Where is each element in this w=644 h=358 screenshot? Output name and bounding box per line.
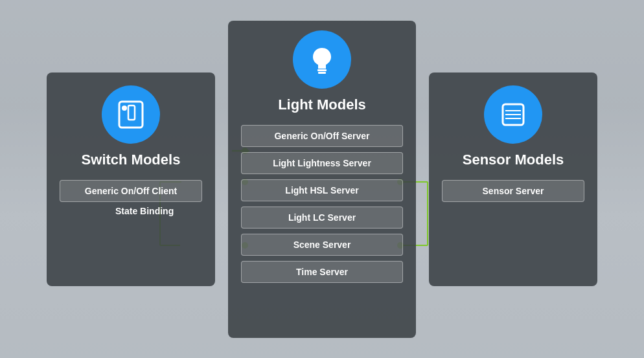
bulb-icon <box>305 43 339 76</box>
switch-item-0: Generic On/Off Client <box>60 180 202 202</box>
switch-icon-circle <box>102 85 160 144</box>
light-card-title: Light Models <box>278 96 366 113</box>
light-item-5: Time Server <box>241 261 403 283</box>
light-item-1: Light Lightness Server <box>241 152 403 174</box>
svg-rect-17 <box>317 69 327 71</box>
main-layout: Switch Models Generic On/Off Client Ligh… <box>0 0 644 358</box>
switch-card: Switch Models Generic On/Off Client <box>47 73 215 286</box>
light-item-3: Light LC Server <box>241 207 403 229</box>
light-icon-circle <box>293 30 351 89</box>
light-item-4: Scene Server <box>241 234 403 256</box>
sensor-icon <box>496 98 530 131</box>
sensor-item-0: Sensor Server <box>442 180 584 202</box>
switch-card-title: Switch Models <box>82 151 181 168</box>
sensor-card: Sensor Models Sensor Server <box>429 73 597 286</box>
light-item-0: Generic On/Off Server <box>241 125 403 147</box>
svg-rect-18 <box>318 72 326 74</box>
state-binding-label: State Binding <box>115 206 174 216</box>
sensor-icon-circle <box>484 85 542 144</box>
switch-icon <box>114 98 148 131</box>
light-card: Light Models Generic On/Off Server Light… <box>228 21 416 338</box>
svg-rect-15 <box>128 106 135 120</box>
light-item-2: Light HSL Server <box>241 179 403 201</box>
sensor-card-title: Sensor Models <box>463 151 564 168</box>
svg-point-16 <box>122 106 127 111</box>
